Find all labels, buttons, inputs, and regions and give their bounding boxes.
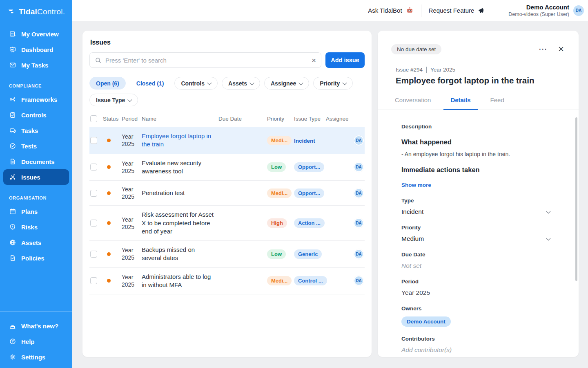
row-checkbox[interactable] xyxy=(90,164,97,171)
assignee-avatar[interactable]: DA xyxy=(354,188,364,198)
table-row[interactable]: Year 2025 Backups missed on several date… xyxy=(89,241,365,268)
assignee-avatar[interactable]: DA xyxy=(354,218,364,228)
status-dot-icon xyxy=(107,139,111,142)
ask-tidalbot-label: Ask TidalBot xyxy=(368,7,402,14)
tab-details[interactable]: Details xyxy=(443,96,477,110)
sidebar-item-help[interactable]: Help xyxy=(0,334,72,349)
chevron-down-icon xyxy=(546,209,550,213)
sidebar-item-tests[interactable]: Tests xyxy=(0,138,72,154)
sidebar-item-label: Frameworks xyxy=(21,96,57,103)
issue-name-link[interactable]: Risk assessment for Asset X to be comple… xyxy=(142,211,218,236)
badge-check-icon xyxy=(9,142,16,150)
add-contributors-input[interactable]: Add contributor(s) xyxy=(401,346,550,354)
contributors-field: Contributors Add contributor(s) xyxy=(401,336,550,354)
gear-icon xyxy=(9,353,16,361)
request-feature-label: Request Feature xyxy=(429,7,474,14)
description-label: Description xyxy=(401,123,550,130)
detail-body: Description What happened - An employee … xyxy=(378,110,579,354)
chat-bubbles-icon xyxy=(9,127,16,134)
show-more-link[interactable]: Show more xyxy=(401,182,431,188)
sidebar-item-frameworks[interactable]: Frameworks xyxy=(0,92,72,107)
tab-feed[interactable]: Feed xyxy=(483,96,511,110)
filter-assets[interactable]: Assets xyxy=(222,77,260,90)
ask-tidalbot-button[interactable]: Ask TidalBot xyxy=(368,7,413,14)
sidebar-item-controls[interactable]: Controls xyxy=(0,107,72,123)
dashboard-icon xyxy=(9,46,16,53)
filter-controls[interactable]: Controls xyxy=(174,77,218,90)
issue-name-link[interactable]: Administrators able to log in without MF… xyxy=(142,273,218,289)
period-field: Period Year 2025 xyxy=(401,278,550,296)
row-checkbox[interactable] xyxy=(90,190,97,197)
sidebar-item-settings[interactable]: Settings xyxy=(0,349,72,365)
sidebar-item-risks[interactable]: Risks xyxy=(0,219,72,235)
type-select[interactable]: Incident xyxy=(401,208,550,215)
sidebar-item-dashboard[interactable]: Dashboard xyxy=(0,42,72,57)
period-label: Period xyxy=(401,278,550,285)
sidebar-item-label: Help xyxy=(21,338,35,345)
tab-conversation[interactable]: Conversation xyxy=(388,96,438,110)
assignee-avatar[interactable]: DA xyxy=(354,162,364,172)
filter-assignee[interactable]: Assignee xyxy=(264,77,309,90)
status-dot-icon xyxy=(107,191,111,195)
assignee-avatar[interactable]: DA xyxy=(354,135,364,146)
filter-issue-type[interactable]: Issue Type xyxy=(89,94,138,106)
search-input[interactable] xyxy=(105,57,308,64)
tools-icon xyxy=(9,173,16,181)
sidebar-item-tasks[interactable]: Tasks xyxy=(0,123,72,138)
owner-badge[interactable]: Demo Account xyxy=(401,316,451,327)
sidebar-item-my-tasks[interactable]: My Tasks xyxy=(0,57,72,73)
table-row[interactable]: Year 2025 Employee forgot laptop in the … xyxy=(89,127,365,154)
sidebar-item-policies[interactable]: Policies xyxy=(0,250,72,266)
overview-icon xyxy=(9,30,16,38)
sidebar-item-my-overview[interactable]: My Overview xyxy=(0,26,72,42)
table-row[interactable]: Year 2025 Evaluate new security awarenes… xyxy=(89,154,365,181)
close-icon[interactable]: × xyxy=(558,46,564,53)
select-all-checkbox[interactable] xyxy=(90,115,97,122)
table-row[interactable]: Year 2025 Risk assessment for Asset X to… xyxy=(89,206,365,241)
sidebar-item-issues[interactable]: Issues xyxy=(3,169,69,185)
search-icon xyxy=(95,57,102,64)
add-issue-button[interactable]: Add issue xyxy=(325,52,365,68)
sidebar-section-compliance: COMPLIANCE xyxy=(0,73,72,92)
clipboard-check-icon xyxy=(9,111,16,119)
issue-name-link[interactable]: Employee forgot laptop in the train xyxy=(142,132,218,149)
sidebar-item-plans[interactable]: Plans xyxy=(0,204,72,219)
more-options-icon[interactable]: ⋯ xyxy=(539,47,548,52)
row-checkbox[interactable] xyxy=(90,251,97,258)
brand-logo[interactable]: TidalControl. xyxy=(0,0,72,16)
col-assignee: Assignee xyxy=(326,116,365,122)
detail-tabs: Conversation Details Feed xyxy=(378,96,579,110)
account-avatar[interactable]: DA xyxy=(573,5,584,16)
assignee-avatar[interactable]: DA xyxy=(354,249,364,259)
filter-open[interactable]: Open (6) xyxy=(89,77,126,90)
due-date-label: Due Date xyxy=(401,251,550,258)
priority-select[interactable]: Medium xyxy=(401,235,550,242)
sidebar-item-assets[interactable]: Assets xyxy=(0,235,72,250)
due-date-input[interactable]: Not set xyxy=(401,262,550,269)
row-checkbox[interactable] xyxy=(90,277,97,284)
request-feature-button[interactable]: Request Feature xyxy=(429,7,486,14)
sidebar-item-whats-new[interactable]: What's new? xyxy=(0,318,72,334)
issues-list-panel: Issues × Add issue Open (6) Closed (1) C… xyxy=(82,31,372,357)
status-dot-icon xyxy=(107,165,111,169)
assignee-avatar[interactable]: DA xyxy=(354,276,364,286)
due-date-field: Due Date Not set xyxy=(401,251,550,269)
issue-type-badge: Generic xyxy=(294,249,322,259)
col-name: Name xyxy=(142,116,218,122)
priority-badge: Low xyxy=(267,162,286,172)
filter-closed[interactable]: Closed (1) xyxy=(130,77,171,90)
filter-priority[interactable]: Priority xyxy=(313,77,353,90)
row-checkbox[interactable] xyxy=(90,137,97,144)
row-checkbox[interactable] xyxy=(90,220,97,227)
scrollbar[interactable] xyxy=(575,117,577,281)
issue-name-link[interactable]: Backups missed on several dates xyxy=(142,246,218,263)
issue-name-link[interactable]: Evaluate new security awareness tool xyxy=(142,159,218,176)
sidebar-item-label: Controls xyxy=(21,112,47,119)
sidebar-item-documents[interactable]: Documents xyxy=(0,154,72,169)
issue-name-link[interactable]: Penetration test xyxy=(142,189,218,197)
table-row[interactable]: Year 2025 Administrators able to log in … xyxy=(89,268,365,295)
clear-search-icon[interactable]: × xyxy=(312,56,316,64)
table-row[interactable]: Year 2025 Penetration test Medi... Oppor… xyxy=(89,181,365,206)
issue-reference: Issue #294 Year 2025 xyxy=(396,67,564,73)
account-menu[interactable]: Demo Account Demo-videos (Super User) DA xyxy=(508,4,584,17)
